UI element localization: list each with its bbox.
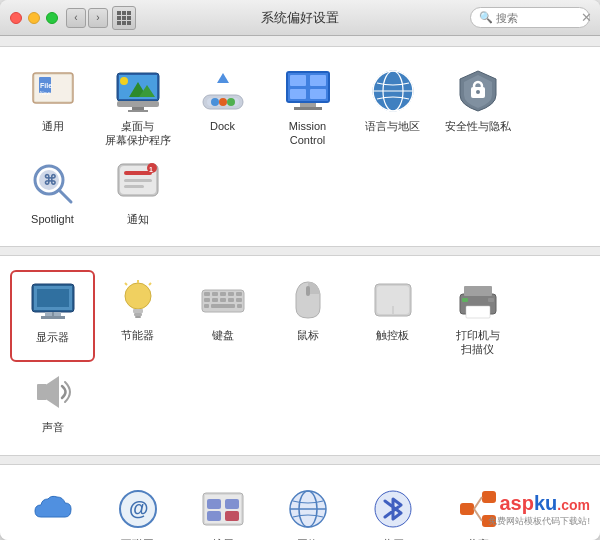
printer-label: 打印机与 扫描仪 [456,328,500,357]
svg-rect-31 [310,75,326,86]
network-icon [284,485,332,533]
svg-rect-20 [132,107,144,110]
titlebar: ‹ › 系统偏好设置 🔍 ✕ [0,0,600,36]
svg-line-107 [474,497,482,509]
svg-rect-99 [225,511,239,521]
section-hardware: 显示器 节能器 [0,255,600,456]
maximize-button[interactable] [46,12,58,24]
printer-icon [454,276,502,324]
internet-icon: @ [114,485,162,533]
spotlight-icon: ⌘ [29,160,77,208]
svg-rect-78 [211,304,235,308]
svg-rect-49 [124,171,152,175]
mission-label: Mission Control [289,119,326,148]
desktop-label: 桌面与 屏幕保护程序 [105,119,171,148]
svg-text:1: 1 [149,165,153,172]
mouse-icon [284,276,332,324]
pref-spotlight[interactable]: ⌘ Spotlight [10,154,95,232]
svg-rect-63 [135,316,141,318]
svg-rect-105 [460,503,474,515]
search-clear-icon[interactable]: ✕ [581,10,592,25]
search-icon: 🔍 [479,11,493,24]
svg-point-25 [219,98,227,106]
search-input[interactable] [496,12,581,24]
svg-rect-97 [225,499,239,509]
language-icon [369,67,417,115]
svg-rect-0 [117,11,121,15]
notifications-icon: 1 [114,160,162,208]
displays-icon [29,278,77,326]
content-area: File New 通用 [0,36,600,540]
svg-line-45 [59,190,71,202]
svg-rect-50 [124,179,152,182]
svg-rect-81 [306,286,310,296]
watermark-dotcom: .com [557,497,590,513]
pref-printer[interactable]: 打印机与 扫描仪 [435,270,520,363]
svg-rect-79 [204,304,209,308]
pref-icloud[interactable]: iCloud [10,479,95,540]
svg-line-108 [474,509,482,521]
mouse-label: 鼠标 [297,328,319,342]
svg-rect-7 [122,21,126,25]
keyboard-label: 键盘 [212,328,234,342]
svg-line-65 [125,283,127,285]
watermark: aspku.com 免费网站模板代码下载站! [488,493,590,528]
svg-rect-72 [236,292,242,296]
forward-button[interactable]: › [88,8,108,28]
svg-point-26 [227,98,235,106]
pref-trackpad[interactable]: 触控板 [350,270,435,363]
icloud-icon [29,485,77,533]
svg-rect-35 [294,107,322,110]
pref-security[interactable]: 安全性与隐私 [435,61,520,154]
svg-rect-89 [488,298,494,302]
svg-rect-62 [134,313,142,316]
energy-icon [114,276,162,324]
svg-point-60 [125,283,151,309]
pref-keyboard[interactable]: 键盘 [180,270,265,363]
dock-label: Dock [210,119,235,133]
pref-bluetooth[interactable]: 蓝牙 [350,479,435,540]
svg-rect-87 [466,306,490,318]
traffic-lights [10,12,58,24]
sound-icon [29,368,77,416]
search-bar[interactable]: 🔍 ✕ [470,7,590,28]
pref-dock[interactable]: Dock [180,61,265,154]
pref-mouse[interactable]: 鼠标 [265,270,350,363]
pref-language[interactable]: 语言与地区 [350,61,435,154]
grid-button[interactable] [112,6,136,30]
svg-rect-56 [37,289,69,307]
security-label: 安全性与隐私 [445,119,511,133]
watermark-sub: 免费网站模板代码下载站! [488,515,590,528]
minimize-button[interactable] [28,12,40,24]
svg-rect-77 [236,298,242,302]
pref-energy[interactable]: 节能器 [95,270,180,363]
pref-mission[interactable]: Mission Control [265,61,350,154]
svg-rect-69 [212,292,218,296]
svg-rect-51 [124,185,144,188]
pref-displays[interactable]: 显示器 [10,270,95,363]
general-icon: File New [29,67,77,115]
close-button[interactable] [10,12,22,24]
pref-sound[interactable]: 声音 [10,362,95,440]
pref-desktop[interactable]: 桌面与 屏幕保护程序 [95,61,180,154]
svg-text:File: File [40,82,52,89]
svg-rect-74 [212,298,218,302]
svg-point-18 [120,77,128,85]
sound-label: 声音 [42,420,64,434]
svg-rect-32 [290,89,306,99]
pref-network[interactable]: 网络 [265,479,350,540]
svg-rect-5 [127,16,131,20]
pref-general[interactable]: File New 通用 [10,61,95,154]
svg-marker-27 [217,73,229,83]
svg-rect-73 [204,298,210,302]
pref-internet[interactable]: @ 互联网 帐户 [95,479,180,540]
svg-rect-8 [127,21,131,25]
back-button[interactable]: ‹ [66,8,86,28]
pref-extensions[interactable]: 扩展 [180,479,265,540]
svg-text:New: New [40,90,50,96]
svg-rect-1 [122,11,126,15]
language-label: 语言与地区 [365,119,420,133]
svg-rect-71 [228,292,234,296]
watermark-asp: asp [500,492,534,514]
pref-notifications[interactable]: 1 通知 [95,154,180,232]
